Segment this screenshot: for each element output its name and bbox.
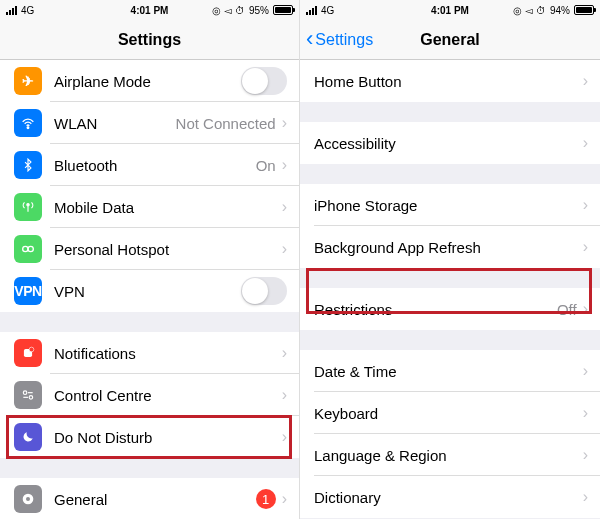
section-gap (0, 312, 299, 332)
row-label: Dictionary (314, 489, 583, 506)
carrier-label: 4G (321, 5, 334, 16)
signal-icon (306, 6, 317, 15)
section-gap (300, 330, 600, 350)
chevron-right-icon: › (282, 344, 287, 362)
control-centre-icon (14, 381, 42, 409)
row-detail: Off (557, 301, 577, 318)
row-label: Background App Refresh (314, 239, 583, 256)
row-label: General (54, 491, 256, 508)
row-background-app-refresh[interactable]: Background App Refresh › (300, 226, 600, 268)
chevron-right-icon: › (583, 238, 588, 256)
row-label: Bluetooth (54, 157, 256, 174)
row-label: Airplane Mode (54, 73, 241, 90)
vpn-toggle[interactable] (241, 277, 287, 305)
row-do-not-disturb[interactable]: Do Not Disturb › (0, 416, 299, 458)
vpn-icon: VPN (14, 277, 42, 305)
settings-list[interactable]: ✈ Airplane Mode WLAN Not Connected › Blu… (0, 60, 299, 519)
chevron-right-icon: › (583, 362, 588, 380)
nav-title: General (420, 31, 480, 49)
row-personal-hotspot[interactable]: Personal Hotspot › (0, 228, 299, 270)
row-restrictions[interactable]: Restrictions Off › (300, 288, 600, 330)
row-label: Personal Hotspot (54, 241, 282, 258)
section-gap (300, 102, 600, 122)
airplane-icon: ✈ (14, 67, 42, 95)
wifi-icon (14, 109, 42, 137)
chevron-right-icon: › (282, 156, 287, 174)
chevron-right-icon: › (583, 446, 588, 464)
clock: 4:01 PM (431, 5, 469, 16)
row-label: Do Not Disturb (54, 429, 282, 446)
antenna-icon (14, 193, 42, 221)
battery-icon (574, 5, 594, 15)
svg-point-5 (29, 347, 34, 352)
row-label: iPhone Storage (314, 197, 583, 214)
section-gap (300, 164, 600, 184)
nav-bar: Settings (0, 20, 299, 60)
chevron-right-icon: › (583, 300, 588, 318)
row-label: Home Button (314, 73, 583, 90)
settings-screen: 4G 4:01 PM ◎ ◅ ⏱ 95% Settings ✈ Airplane… (0, 0, 300, 519)
row-label: Restrictions (314, 301, 557, 318)
chevron-right-icon: › (583, 404, 588, 422)
gear-icon (14, 485, 42, 513)
row-vpn[interactable]: VPN VPN (0, 270, 299, 312)
row-home-button[interactable]: Home Button › (300, 60, 600, 102)
status-bar: 4G 4:01 PM ◎ ◅ ⏱ 94% (300, 0, 600, 20)
chevron-right-icon: › (583, 72, 588, 90)
battery-percent: 94% (550, 5, 570, 16)
row-language-region[interactable]: Language & Region › (300, 434, 600, 476)
row-label: Accessibility (314, 135, 583, 152)
svg-point-9 (26, 497, 30, 501)
row-label: Keyboard (314, 405, 583, 422)
chevron-right-icon: › (583, 196, 588, 214)
clock: 4:01 PM (131, 5, 169, 16)
row-label: Language & Region (314, 447, 583, 464)
row-detail: On (256, 157, 276, 174)
row-dictionary[interactable]: Dictionary › (300, 476, 600, 518)
signal-icon (6, 6, 17, 15)
row-control-centre[interactable]: Control Centre › (0, 374, 299, 416)
general-list[interactable]: Home Button › Accessibility › iPhone Sto… (300, 60, 600, 519)
row-notifications[interactable]: Notifications › (0, 332, 299, 374)
status-bar: 4G 4:01 PM ◎ ◅ ⏱ 95% (0, 0, 299, 20)
svg-point-7 (29, 396, 33, 400)
nav-title: Settings (118, 31, 181, 49)
row-detail: Not Connected (176, 115, 276, 132)
chevron-right-icon: › (282, 240, 287, 258)
chevron-right-icon: › (583, 488, 588, 506)
row-wlan[interactable]: WLAN Not Connected › (0, 102, 299, 144)
chevron-right-icon: › (583, 134, 588, 152)
row-keyboard[interactable]: Keyboard › (300, 392, 600, 434)
status-glyphs-icon: ◎ ◅ ⏱ (212, 5, 245, 16)
row-accessibility[interactable]: Accessibility › (300, 122, 600, 164)
svg-point-6 (23, 391, 27, 395)
svg-point-2 (23, 246, 28, 251)
row-date-time[interactable]: Date & Time › (300, 350, 600, 392)
svg-point-0 (27, 127, 29, 129)
chevron-right-icon: › (282, 386, 287, 404)
row-bluetooth[interactable]: Bluetooth On › (0, 144, 299, 186)
chevron-right-icon: › (282, 198, 287, 216)
svg-point-1 (27, 204, 29, 206)
row-mobile-data[interactable]: Mobile Data › (0, 186, 299, 228)
nav-bar: ‹ Settings General (300, 20, 600, 60)
battery-percent: 95% (249, 5, 269, 16)
row-general[interactable]: General 1 › (0, 478, 299, 519)
row-label: Date & Time (314, 363, 583, 380)
row-airplane-mode[interactable]: ✈ Airplane Mode (0, 60, 299, 102)
section-gap (0, 458, 299, 478)
general-screen: 4G 4:01 PM ◎ ◅ ⏱ 94% ‹ Settings General … (300, 0, 600, 519)
chevron-right-icon: › (282, 428, 287, 446)
row-iphone-storage[interactable]: iPhone Storage › (300, 184, 600, 226)
chevron-right-icon: › (282, 114, 287, 132)
airplane-toggle[interactable] (241, 67, 287, 95)
section-gap (300, 268, 600, 288)
general-badge: 1 (256, 489, 276, 509)
bluetooth-icon (14, 151, 42, 179)
hotspot-icon (14, 235, 42, 263)
battery-icon (273, 5, 293, 15)
status-glyphs-icon: ◎ ◅ ⏱ (513, 5, 546, 16)
row-label: Notifications (54, 345, 282, 362)
row-label: Mobile Data (54, 199, 282, 216)
back-button[interactable]: ‹ Settings (306, 20, 373, 59)
